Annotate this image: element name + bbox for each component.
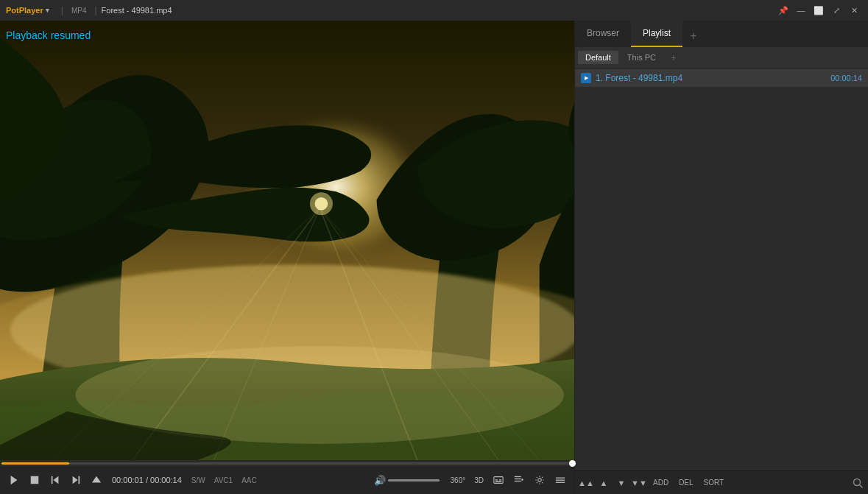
maximize-button[interactable]: ⤢	[828, 2, 844, 18]
controls-bar: 00:00:01 / 00:00:14 S/W AVC1 AAC 🔊 360° …	[0, 466, 574, 494]
360-button[interactable]: 360°	[447, 475, 470, 486]
video-viewport[interactable]: Playback resumed	[0, 21, 574, 460]
more-button[interactable]	[551, 470, 570, 490]
playlist-items: ▶ 1. Forest - 49981.mp4 00:00:14	[575, 68, 868, 470]
add-playlist-button[interactable]: +	[665, 52, 682, 63]
svg-rect-23	[495, 481, 502, 481]
playlist-item-name: 1. Forest - 49981.mp4	[596, 73, 826, 83]
svg-rect-14	[31, 476, 39, 484]
svg-marker-27	[522, 478, 524, 481]
svg-marker-16	[53, 476, 58, 484]
playlist-sub-tabs: Default This PC +	[575, 47, 868, 68]
seek-handle[interactable]	[569, 460, 576, 467]
svg-rect-17	[79, 476, 80, 484]
search-icon	[853, 478, 863, 488]
svg-rect-29	[556, 478, 565, 479]
logo-arrow: ▾	[46, 7, 49, 14]
right-controls: 360° 3D	[447, 470, 570, 490]
prev-icon	[50, 475, 60, 485]
open-icon	[91, 475, 102, 485]
window-title: Forest - 49981.mp4	[102, 6, 172, 15]
subtab-this-pc[interactable]: This PC	[620, 51, 663, 64]
svg-marker-18	[73, 476, 78, 484]
restore-button[interactable]: ⬜	[811, 2, 827, 18]
playlist-item-duration: 00:00:14	[830, 74, 862, 82]
total-time: 00:00:14	[150, 476, 182, 484]
title-bar: PotPlayer ▾ | MP4 | Forest - 49981.mp4 📌…	[0, 0, 868, 21]
svg-marker-19	[92, 476, 101, 483]
window-controls: 📌 — ⬜ ⤢ ✕	[775, 2, 862, 18]
sidebar: Browser Playlist + Default This PC + ▶ 1…	[574, 21, 868, 494]
3d-button[interactable]: 3D	[470, 475, 487, 486]
play-icon	[9, 475, 19, 485]
volume-bar[interactable]	[388, 479, 440, 481]
minimize-button[interactable]: —	[793, 2, 809, 18]
avc-badge: AVC1	[212, 476, 235, 485]
move-down-bottom-button[interactable]: ▼▼	[631, 475, 647, 491]
play-pause-button[interactable]	[4, 470, 24, 490]
svg-rect-15	[52, 476, 53, 484]
aac-badge: AAC	[239, 476, 259, 485]
main-content: Playback resumed	[0, 21, 868, 494]
move-down-button[interactable]: ▼	[613, 475, 629, 491]
prev-button[interactable]	[46, 470, 65, 490]
sort-button[interactable]: SORT	[699, 477, 729, 488]
svg-point-28	[538, 479, 541, 481]
svg-rect-30	[556, 480, 565, 481]
video-area: Playback resumed	[0, 21, 574, 494]
tab-browser[interactable]: Browser	[575, 21, 631, 47]
move-up-top-button[interactable]: ▲▲	[578, 475, 594, 491]
current-time: 00:00:01	[112, 476, 144, 484]
time-display: 00:00:01 / 00:00:14	[112, 476, 182, 484]
next-icon	[71, 475, 81, 485]
volume-bar-fill	[388, 479, 440, 481]
subtitle-button[interactable]	[489, 470, 508, 490]
sidebar-tabs: Browser Playlist +	[575, 21, 868, 47]
app-logo[interactable]: PotPlayer ▾	[6, 6, 49, 15]
subtab-default[interactable]: Default	[578, 51, 618, 64]
del-button[interactable]: DEL	[674, 477, 697, 488]
svg-rect-25	[515, 479, 521, 479]
close-button[interactable]: ✕	[846, 2, 862, 18]
format-badge: MP4	[69, 6, 89, 15]
svg-rect-24	[515, 476, 521, 477]
next-button[interactable]	[66, 470, 85, 490]
playlist-item[interactable]: ▶ 1. Forest - 49981.mp4 00:00:14	[575, 69, 868, 87]
svg-rect-31	[556, 482, 565, 483]
settings-icon	[534, 475, 545, 485]
move-up-button[interactable]: ▲	[596, 475, 612, 491]
svg-rect-26	[515, 481, 521, 481]
svg-line-33	[860, 484, 863, 487]
more-icon	[555, 475, 565, 485]
seek-bar[interactable]	[1, 462, 573, 465]
sw-badge: S/W	[189, 476, 208, 485]
open-button[interactable]	[87, 470, 106, 490]
stop-button[interactable]	[25, 470, 44, 490]
playlist-icon-button[interactable]	[509, 470, 529, 490]
playlist-icon	[514, 475, 524, 485]
title-sep: |	[61, 5, 63, 15]
video-frame	[0, 21, 574, 460]
svg-rect-21	[495, 479, 498, 480]
settings-button[interactable]	[530, 470, 549, 490]
app-name: PotPlayer	[6, 6, 43, 15]
title-sep2: |	[94, 5, 96, 15]
tab-playlist[interactable]: Playlist	[631, 21, 682, 47]
svg-rect-22	[499, 479, 502, 480]
search-button[interactable]	[850, 476, 865, 490]
pin-button[interactable]: 📌	[775, 2, 791, 18]
playback-message: Playback resumed	[6, 29, 91, 41]
volume-section: 🔊	[374, 475, 440, 486]
sidebar-bottom-controls: ▲▲ ▲ ▼ ▼▼ ADD DEL SORT	[575, 470, 868, 494]
svg-point-12	[310, 192, 333, 215]
add-tab-button[interactable]: +	[682, 25, 704, 47]
volume-icon[interactable]: 🔊	[374, 475, 386, 486]
subtitle-icon	[493, 475, 504, 485]
stop-icon	[29, 475, 40, 485]
add-button[interactable]: ADD	[649, 477, 673, 488]
seek-bar-fill	[1, 462, 69, 465]
playlist-item-icon: ▶	[581, 73, 591, 83]
seek-area[interactable]	[0, 460, 574, 466]
svg-marker-13	[11, 476, 18, 484]
